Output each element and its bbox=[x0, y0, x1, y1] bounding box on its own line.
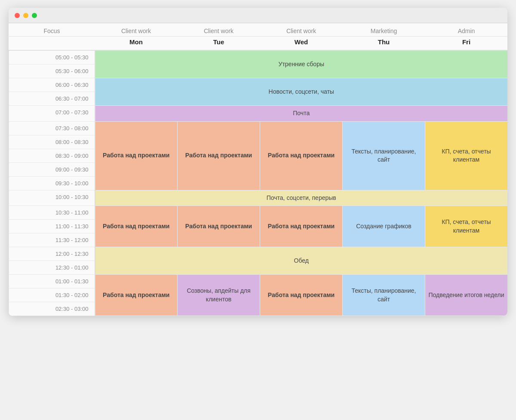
event-utrennie: Утренние сборы bbox=[95, 50, 508, 78]
col-header-mon: Mon bbox=[95, 37, 178, 51]
time-cell: 07:00 - 07:30 bbox=[9, 106, 95, 122]
time-cell: 06:00 - 06:30 bbox=[9, 78, 95, 92]
event-rabota-wed3: Работа над проектами bbox=[260, 275, 343, 316]
col-header-thu-cat: Marketing bbox=[343, 23, 425, 37]
event-obed: Обед bbox=[95, 247, 508, 275]
time-cell: 07:30 - 08:00 bbox=[9, 121, 95, 135]
time-cell: 11:30 - 12:00 bbox=[9, 233, 95, 247]
time-cell: 11:00 - 11:30 bbox=[9, 220, 95, 233]
event-sozdanie-thu: Создание графиков bbox=[343, 206, 425, 247]
time-cell: 01:30 - 02:00 bbox=[9, 288, 95, 302]
table-row: 05:00 - 05:30 Утренние сборы bbox=[9, 50, 508, 64]
table-row: 06:00 - 06:30 Новости, соцсети, чаты bbox=[9, 78, 508, 92]
focus-header: Focus bbox=[9, 23, 95, 37]
day-row: Mon Tue Wed Thu Fri bbox=[9, 37, 508, 51]
event-podvedenie-fri: Подведение итогов недели bbox=[425, 275, 508, 316]
event-sozvony-tue: Созвоны, апдейты для клиентов bbox=[178, 275, 260, 316]
event-rabota-wed: Работа над проектами bbox=[260, 121, 343, 190]
event-rabota-tue2: Работа над проектами bbox=[178, 206, 260, 247]
time-cell: 05:00 - 05:30 bbox=[9, 50, 95, 64]
col-header-wed: Wed bbox=[260, 37, 343, 51]
titlebar bbox=[9, 8, 507, 23]
time-cell: 01:00 - 01:30 bbox=[9, 275, 95, 288]
event-kp-fri2: КП, счета, отчеты клиентам bbox=[425, 206, 508, 247]
event-rabota-mon: Работа над проектами bbox=[95, 121, 178, 190]
time-cell: 06:30 - 07:00 bbox=[9, 92, 95, 106]
col-header-fri-cat: Admin bbox=[425, 23, 508, 37]
table-row: 12:00 - 12:30 Обед bbox=[9, 247, 508, 261]
dot-maximize[interactable] bbox=[32, 13, 37, 18]
table-row: 07:00 - 07:30 Почта bbox=[9, 106, 508, 122]
dot-close[interactable] bbox=[15, 13, 20, 18]
time-cell: 08:00 - 08:30 bbox=[9, 135, 95, 149]
schedule-table: Focus Client work Client work Client wor… bbox=[9, 23, 507, 316]
event-rabota-mon2: Работа над проектами bbox=[95, 206, 178, 247]
dot-minimize[interactable] bbox=[23, 13, 28, 18]
table-row: 10:00 - 10:30 Почта, соцсети, перерыв bbox=[9, 190, 508, 206]
event-rabota-mon3: Работа над проектами bbox=[95, 275, 178, 316]
col-header-thu: Thu bbox=[343, 37, 425, 51]
table-row: 01:00 - 01:30 Работа над проектами Созво… bbox=[9, 275, 508, 288]
time-header bbox=[9, 37, 95, 51]
event-kp-fri: КП, счета, отчеты клиентам bbox=[425, 121, 508, 190]
event-rabota-tue: Работа над проектами bbox=[178, 121, 260, 190]
event-pochta-break: Почта, соцсети, перерыв bbox=[95, 190, 508, 206]
time-cell: 02:30 - 03:00 bbox=[9, 302, 95, 316]
col-header-fri: Fri bbox=[425, 37, 508, 51]
time-cell: 12:30 - 01:00 bbox=[9, 261, 95, 275]
table-row: 10:30 - 11:00 Работа над проектами Работ… bbox=[9, 206, 508, 220]
event-teksty-thu: Тексты, планирование, сайт bbox=[343, 121, 425, 190]
time-cell: 09:30 - 10:00 bbox=[9, 176, 95, 190]
category-row: Focus Client work Client work Client wor… bbox=[9, 23, 508, 37]
event-rabota-wed2: Работа над проектами bbox=[260, 206, 343, 247]
time-cell: 08:30 - 09:00 bbox=[9, 149, 95, 162]
time-cell: 05:30 - 06:00 bbox=[9, 64, 95, 78]
col-header-wed-cat: Client work bbox=[260, 23, 343, 37]
event-novosti: Новости, соцсети, чаты bbox=[95, 78, 508, 106]
col-header-mon-cat: Client work bbox=[95, 23, 178, 37]
event-teksty-thu2: Тексты, планирование, сайт bbox=[343, 275, 425, 316]
time-cell: 10:30 - 11:00 bbox=[9, 206, 95, 220]
time-cell: 10:00 - 10:30 bbox=[9, 190, 95, 206]
event-pochta: Почта bbox=[95, 106, 508, 122]
time-cell: 12:00 - 12:30 bbox=[9, 247, 95, 261]
main-window: Focus Client work Client work Client wor… bbox=[9, 8, 507, 316]
time-cell: 09:00 - 09:30 bbox=[9, 162, 95, 176]
col-header-tue: Tue bbox=[178, 37, 260, 51]
schedule-table-wrap: Focus Client work Client work Client wor… bbox=[9, 23, 507, 316]
col-header-tue-cat: Client work bbox=[178, 23, 260, 37]
table-row: 07:30 - 08:00 Работа над проектами Работ… bbox=[9, 121, 508, 135]
